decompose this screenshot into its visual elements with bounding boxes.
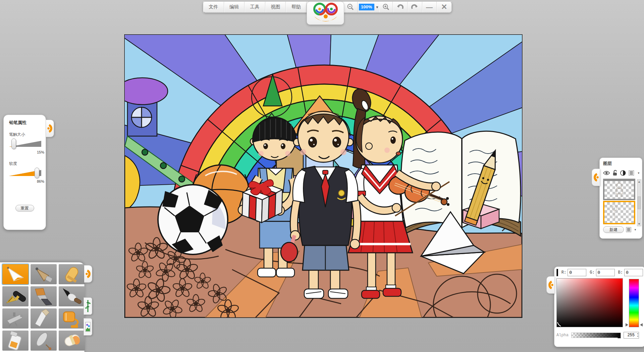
artwork — [125, 35, 522, 317]
softness-handle[interactable] — [35, 168, 39, 178]
g-input[interactable] — [596, 269, 615, 276]
zoom-level-field[interactable]: 100% — [359, 4, 374, 10]
layers-scrollbar[interactable]: ▲ ▼ — [637, 179, 641, 226]
zoom-in-button[interactable] — [379, 2, 393, 12]
orange-handle-icon — [548, 280, 554, 290]
color-panel: R: G: B: Alpha 255 ▲▼ — [554, 267, 644, 347]
soccer-ball — [158, 185, 228, 254]
r-label: R: — [561, 270, 566, 275]
brush-size-slider[interactable] — [9, 139, 41, 150]
scroll-up-icon[interactable]: ▲ — [638, 180, 641, 183]
drawing-canvas[interactable] — [124, 34, 523, 318]
tool-palette — [0, 262, 85, 352]
saturation-value-picker[interactable] — [556, 278, 623, 327]
layers-panel-tab[interactable] — [592, 169, 600, 186]
picture-stamp-tab[interactable] — [84, 318, 92, 336]
paint-app-window: { "toolbar": { "menus": ["文件", "编辑", "工具… — [0, 0, 644, 352]
bamboo-stamp-tab[interactable] — [84, 297, 92, 315]
b-label: B: — [618, 270, 623, 275]
brush-size-handle[interactable] — [11, 138, 16, 149]
alpha-slider[interactable] — [571, 333, 621, 338]
main-toolbar: 文件 编辑 工具 视图 帮助 100% ▼ — ✕ — [203, 1, 452, 13]
tool-palette-knife[interactable] — [31, 308, 57, 329]
orange-handle-icon — [47, 123, 53, 133]
menu-tools[interactable]: 工具 — [245, 2, 265, 12]
hue-slider[interactable] — [629, 279, 639, 327]
clown-face-icon — [307, 2, 344, 24]
tool-leaf-blade[interactable] — [31, 331, 57, 351]
tool-paint-tube[interactable] — [2, 331, 29, 351]
menu-file[interactable]: 文件 — [203, 2, 224, 12]
layers-panel-title: 图层 — [603, 161, 640, 167]
brush-panel-tab[interactable] — [46, 120, 54, 137]
tool-flat-brush[interactable] — [31, 286, 57, 306]
minimize-button[interactable]: — — [422, 2, 437, 12]
current-color-swatch[interactable] — [556, 269, 558, 276]
close-button[interactable]: ✕ — [437, 2, 451, 12]
alpha-spinner[interactable]: ▲▼ — [637, 333, 638, 338]
tool-crayon[interactable] — [59, 264, 85, 284]
orange-handle-icon — [593, 172, 599, 182]
tool-orange-cone-pen[interactable] — [2, 264, 29, 284]
alpha-handle[interactable] — [618, 336, 621, 338]
reset-button[interactable]: 重置 — [15, 205, 34, 212]
hue-marker-left[interactable] — [626, 323, 628, 327]
brush-size-label: 笔触大小 — [9, 132, 40, 137]
layer-opacity-icon[interactable] — [620, 170, 626, 176]
bamboo-icon — [85, 299, 91, 313]
b-input[interactable] — [624, 269, 643, 276]
layer-item-1[interactable] — [603, 179, 635, 200]
tool-palette-tab[interactable] — [84, 265, 92, 283]
hue-marker-right[interactable] — [640, 323, 643, 327]
alpha-value-field[interactable]: 255 ▲▼ — [624, 332, 639, 339]
brush-panel-title: 铅笔属性 — [9, 120, 40, 126]
tool-fountain-pen[interactable] — [2, 286, 29, 306]
scrollbar-thumb[interactable] — [638, 196, 641, 209]
softness-label: 软度 — [9, 161, 40, 167]
layers-panel: 图层 ▼ — [599, 158, 642, 239]
clown-logo-tab[interactable] — [307, 1, 344, 25]
layer-lock-icon[interactable] — [612, 170, 618, 176]
tool-airbrush[interactable] — [2, 308, 29, 329]
menu-help[interactable]: 帮助 — [286, 2, 307, 12]
layer-visibility-icon[interactable] — [603, 170, 610, 176]
softness-slider[interactable] — [9, 169, 41, 179]
layers-options-icon[interactable] — [626, 227, 632, 232]
tool-paint-roller[interactable] — [59, 308, 85, 329]
tool-eraser-stick[interactable] — [59, 331, 85, 351]
redo-button[interactable] — [408, 2, 422, 12]
layers-options-caret[interactable]: ▼ — [634, 228, 637, 231]
new-layer-button[interactable]: 新建 — [603, 226, 624, 233]
brush-size-value: 15% — [9, 150, 44, 154]
layer-menu-icon[interactable] — [629, 170, 635, 176]
alpha-label: Alpha — [556, 333, 569, 338]
tool-ink-brush[interactable] — [59, 286, 85, 306]
r-input[interactable] — [568, 269, 586, 276]
scroll-down-icon[interactable]: ▼ — [638, 222, 641, 226]
picture-icon — [85, 320, 91, 334]
orange-handle-icon — [85, 269, 91, 279]
g-label: G: — [590, 270, 594, 275]
layer-menu-caret[interactable]: ▼ — [637, 172, 640, 175]
softness-value: 86% — [9, 179, 44, 183]
tool-wood-pencil[interactable] — [31, 264, 57, 284]
menu-edit[interactable]: 编辑 — [224, 2, 245, 12]
zoom-out-button[interactable] — [344, 2, 358, 12]
menu-view[interactable]: 视图 — [265, 2, 286, 12]
zoom-dropdown-caret[interactable]: ▼ — [375, 5, 380, 9]
color-panel-tab[interactable] — [546, 276, 554, 294]
layer-item-2-active[interactable] — [603, 201, 635, 224]
undo-button[interactable] — [393, 2, 408, 12]
brush-properties-panel: 铅笔属性 笔触大小 15% 软度 86% 重置 — [3, 115, 46, 230]
